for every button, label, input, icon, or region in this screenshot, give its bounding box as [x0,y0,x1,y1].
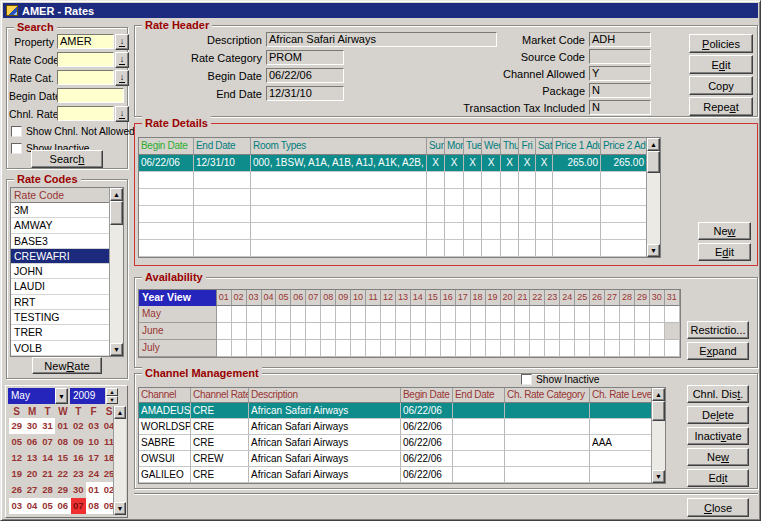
edit-button[interactable]: Edit [689,55,753,74]
rate-code-item[interactable]: JOHN [11,264,109,279]
availability-cell[interactable] [306,306,321,323]
availability-cell[interactable] [650,306,665,323]
calendar-day[interactable]: 20 [24,466,39,482]
availability-cell[interactable] [411,340,426,357]
availability-cell[interactable] [351,306,366,323]
availability-cell[interactable] [515,306,530,323]
lov-button[interactable]: ↓ [115,106,129,122]
calendar-day[interactable]: 30 [71,482,86,498]
calendar-day[interactable]: 15 [55,450,70,466]
availability-cell[interactable] [501,323,516,340]
availability-cell[interactable] [486,323,501,340]
availability-cell[interactable] [276,323,291,340]
calendar-day[interactable]: 10 [86,434,101,450]
new-rate-button[interactable]: New Rate [32,357,102,374]
availability-cell[interactable] [486,340,501,357]
availability-cell[interactable] [291,323,306,340]
rate-code-item[interactable]: LAUDI [11,279,109,294]
calendar-day[interactable]: 07 [71,498,86,514]
availability-cell[interactable] [396,323,411,340]
market-code-field[interactable]: ADH [589,32,651,47]
availability-cell[interactable] [217,340,232,357]
rate-code-field[interactable] [57,52,114,67]
availability-cell[interactable] [381,306,396,323]
availability-cell[interactable] [441,340,456,357]
begin-date-field[interactable] [57,88,124,103]
calendar-day[interactable]: 28 [40,482,55,498]
channel-row[interactable]: AMADEUSCREAfrican Safari Airways06/22/06 [139,403,665,419]
availability-cell[interactable] [545,306,560,323]
rate-code-item[interactable]: 3M [11,203,109,218]
availability-cell[interactable] [471,340,486,357]
year-view-header[interactable]: Year View [139,290,217,306]
rate-cat-field[interactable] [57,70,114,85]
availability-cell[interactable] [560,323,575,340]
availability-cell[interactable] [426,306,441,323]
availability-cell[interactable] [501,340,516,357]
availability-cell[interactable] [471,306,486,323]
lov-button[interactable]: ↓ [115,70,129,86]
calendar-day[interactable]: 17 [86,450,101,466]
availability-cell[interactable] [381,340,396,357]
scroll-up-button[interactable]: ▲ [110,188,123,201]
availability-cell[interactable] [575,340,590,357]
calendar-day[interactable]: 29 [9,418,24,434]
availability-cell[interactable] [426,323,441,340]
availability-cell[interactable] [605,340,620,357]
policies-button[interactable]: Policies [689,34,753,53]
availability-cell[interactable] [515,323,530,340]
rate-code-item[interactable]: TRER [11,325,109,340]
availability-cell[interactable] [351,323,366,340]
availability-cell[interactable] [247,340,262,357]
edit-button[interactable]: Edit [698,243,751,261]
availability-cell[interactable] [276,340,291,357]
availability-cell[interactable] [545,323,560,340]
scrollbar-thumb[interactable] [652,401,665,421]
calendar-day[interactable]: 01 [86,482,101,498]
source-code-field[interactable] [589,49,651,64]
calendar-day[interactable]: 13 [24,450,39,466]
edit-button[interactable]: Edit [687,469,749,487]
rate-code-item[interactable]: VOLB [11,341,109,356]
calendar-day[interactable]: 01 [55,418,70,434]
scroll-down-button[interactable]: ▼ [114,502,126,515]
availability-cell[interactable] [635,323,650,340]
availability-cell[interactable] [306,340,321,357]
transaction-tax-included-field[interactable]: N [589,100,651,115]
calendar-month-select[interactable]: May [8,388,55,404]
availability-cell[interactable] [456,306,471,323]
rate-detail-row[interactable] [139,240,660,257]
availability-cell[interactable] [530,323,545,340]
year-down-button[interactable]: ▼ [106,396,118,404]
availability-cell[interactable] [366,323,381,340]
new-button[interactable]: New [698,222,751,240]
calendar-day[interactable]: 05 [9,434,24,450]
availability-cell[interactable] [560,306,575,323]
channel-row[interactable]: SABRECREAfrican Safari Airways06/22/06AA… [139,435,665,451]
scroll-down-button[interactable]: ▼ [647,244,660,257]
chnl-dist-button[interactable]: Chnl. Dist. [687,385,749,403]
property-field[interactable]: AMER [57,34,114,49]
rate-detail-row[interactable] [139,206,660,223]
new-button[interactable]: New [687,448,749,466]
availability-cell[interactable] [396,306,411,323]
availability-cell[interactable] [306,323,321,340]
scroll-down-button[interactable]: ▼ [652,470,665,483]
scrollbar-thumb[interactable] [647,151,660,173]
search-button[interactable]: Search [31,150,103,168]
availability-cell[interactable] [560,340,575,357]
availability-cell[interactable] [650,340,665,357]
availability-cell[interactable] [620,340,635,357]
channel-row[interactable]: GALILEOCREAfrican Safari Airways06/22/06 [139,467,665,483]
calendar-day[interactable]: 08 [55,434,70,450]
channel-row[interactable]: OWSUICREWAfrican Safari Airways06/22/06 [139,451,665,467]
calendar-day[interactable]: 06 [55,498,70,514]
calendar-day[interactable]: 09 [71,434,86,450]
availability-cell[interactable] [217,306,232,323]
availability-cell[interactable] [262,340,277,357]
calendar-year-field[interactable]: 2009 [70,388,105,404]
calendar-day[interactable]: 30 [24,418,39,434]
calendar-day[interactable]: 29 [55,482,70,498]
channel-allowed-field[interactable]: Y [589,66,651,81]
availability-cell[interactable] [336,340,351,357]
